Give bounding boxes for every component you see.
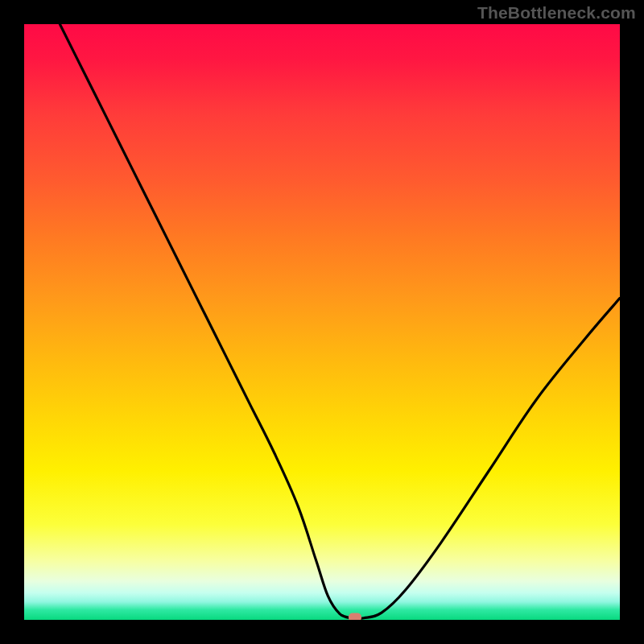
chart-frame: TheBottleneck.com [0,0,644,644]
optimal-marker [349,613,361,620]
watermark-text: TheBottleneck.com [477,3,636,23]
plot-area [24,24,620,620]
bottleneck-curve [24,24,620,620]
